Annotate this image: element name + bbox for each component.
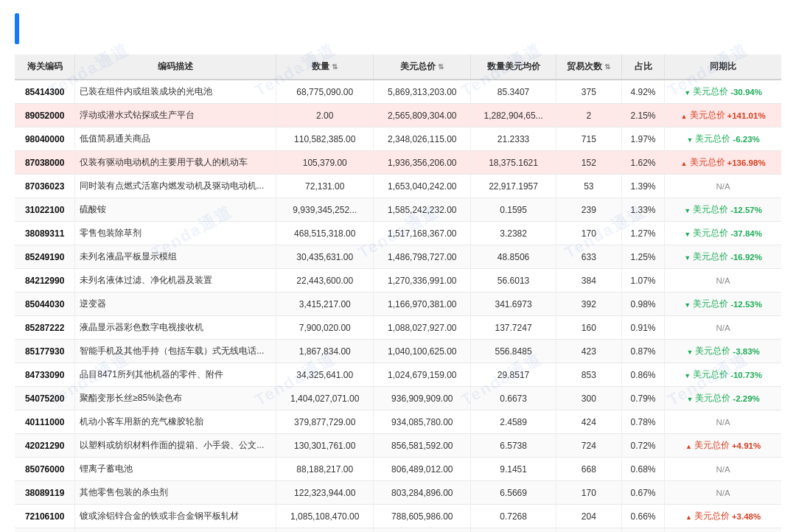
cell-desc: 硫酸铵 [75,198,276,222]
cell-usd-total: 1,024,679,159.00 [374,363,471,387]
cell-ratio: 2.15% [621,104,664,127]
yoy-value: -16.92% [730,253,762,262]
yoy-down: 美元总价 -3.83% [669,346,777,357]
cell-code: 95030089 [15,528,75,533]
yoy-value: -12.53% [730,300,762,309]
cell-usd-total: 1,585,242,232.00 [374,198,471,222]
cell-qty: 379,877,729.00 [276,410,374,434]
cell-usd-total: 934,085,780.00 [374,410,471,434]
cell-yoy: N/A [665,410,781,434]
table-row: 85249190未列名液晶平板显示模组30,435,631.001,486,79… [15,245,781,269]
yoy-label: 美元总价 [693,86,728,97]
cell-yoy: N/A [665,458,781,481]
cell-qty: 2.00 [276,104,374,127]
yoy-label: 美元总价 [693,298,728,309]
arrow-down-icon [686,347,693,356]
col-header-trade[interactable]: 贸易次数 [556,55,621,80]
cell-trade-count: 152 [556,151,621,175]
cell-trade-count: 668 [556,458,621,481]
table-row: 84212990未列名液体过滤、净化机器及装置22,443,600.001,27… [15,269,781,293]
cell-qty: 68,775,090.00 [276,80,374,104]
yoy-value: -2.29% [733,394,759,403]
cell-code: 38089311 [15,222,75,245]
cell-usd-total: 1,653,040,242.00 [374,175,471,198]
yoy-up: 美元总价 +136.98% [669,157,777,168]
arrow-down-icon [686,135,693,144]
cell-trade-count: 715 [556,127,621,151]
arrow-down-icon [684,206,691,214]
arrow-down-icon [684,229,691,238]
cell-qty: 30,435,631.00 [276,245,374,269]
cell-desc: 其他零售包装的杀虫剂 [75,481,276,505]
cell-yoy: N/A [665,528,781,533]
cell-trade-count: 423 [556,340,621,363]
cell-trade-count: 724 [556,434,621,458]
table-row: 95030089未列名玩具及模型798,460,322.00732,416,02… [15,528,781,533]
cell-usd-total: 856,581,592.00 [374,434,471,458]
cell-avg-price: 0.6673 [471,387,556,410]
cell-trade-count: 170 [556,481,621,505]
cell-code: 89052000 [15,104,75,127]
cell-avg-price: 48.8506 [471,245,556,269]
cell-desc: 智能手机及其他手持（包括车载）式无线电话... [75,340,276,363]
yoy-na: N/A [669,276,777,285]
cell-desc: 低值简易通关商品 [75,127,276,151]
yoy-up: 美元总价 +4.91% [669,440,777,451]
cell-trade-count: 170 [556,222,621,245]
yoy-value: -30.94% [730,88,762,97]
cell-code: 87038000 [15,151,75,175]
cell-trade-count: 424 [556,410,621,434]
table-row: 89052000浮动或潜水式钻探或生产平台2.002,565,809,304.0… [15,104,781,127]
cell-code: 84733090 [15,363,75,387]
cell-ratio: 1.97% [621,127,664,151]
cell-ratio: 0.98% [621,293,664,316]
yoy-down: 美元总价 -6.23% [669,133,777,144]
cell-qty: 1,404,027,071.00 [276,387,374,410]
table-body: 85414300已装在组件内或组装成块的光电池68,775,090.005,86… [15,80,781,532]
cell-desc: 品目8471所列其他机器的零件、附件 [75,363,276,387]
yoy-value: +4.91% [732,441,761,450]
table-row: 85287222液晶显示器彩色数字电视接收机7,900,020.001,088,… [15,316,781,340]
cell-desc: 零售包装除草剂 [75,222,276,245]
arrow-up-icon [685,512,692,521]
cell-trade-count: 392 [556,293,621,316]
cell-avg-price: 18,375.1621 [471,151,556,175]
table-row: 85414300已装在组件内或组装成块的光电池68,775,090.005,86… [15,80,781,104]
cell-ratio: 0.86% [621,363,664,387]
cell-usd-total: 732,416,020.00 [374,528,471,533]
cell-yoy: 美元总价 -30.94% [665,80,781,104]
cell-usd-total: 1,088,027,927.00 [374,316,471,340]
col-header-qty[interactable]: 数量 [276,55,374,80]
cell-code: 42021290 [15,434,75,458]
table-row: 31022100硫酸铵9,939,345,252...1,585,242,232… [15,198,781,222]
cell-yoy: 美元总价 +4.91% [665,434,781,458]
col-header-usd[interactable]: 美元总价 [374,55,471,80]
cell-ratio: 0.67% [621,481,664,505]
arrow-down-icon [684,253,691,262]
yoy-label: 美元总价 [695,393,730,404]
yoy-down: 美元总价 -16.92% [669,251,777,262]
table-row: 54075200聚酯变形长丝≥85%染色布1,404,027,071.00936… [15,387,781,410]
cell-trade-count: 204 [556,505,621,528]
table-row: 98040000低值简易通关商品110,582,385.002,348,026,… [15,127,781,151]
cell-avg-price: 85.3407 [471,80,556,104]
table-row: 85177930智能手机及其他手持（包括车载）式无线电话...1,867,834… [15,340,781,363]
arrow-up-icon [685,441,692,450]
yoy-value: -3.83% [733,347,759,356]
yoy-label: 美元总价 [694,440,730,451]
cell-code: 85249190 [15,245,75,269]
cell-desc: 锂离子蓄电池 [75,458,276,481]
yoy-label: 美元总价 [690,110,725,121]
yoy-na: N/A [669,418,777,427]
yoy-value: -6.23% [733,135,759,144]
cell-ratio: 0.78% [621,410,664,434]
cell-trade-count: 853 [556,363,621,387]
cell-usd-total: 1,166,970,381.00 [374,293,471,316]
cell-trade-count: 613 [556,528,621,533]
cell-qty: 34,325,641.00 [276,363,374,387]
table-row: 87036023同时装有点燃式活塞内燃发动机及驱动电动机...72,131.00… [15,175,781,198]
cell-avg-price: 56.6013 [471,269,556,293]
cell-avg-price: 6.5669 [471,481,556,505]
cell-trade-count: 375 [556,80,621,104]
cell-code: 85414300 [15,80,75,104]
